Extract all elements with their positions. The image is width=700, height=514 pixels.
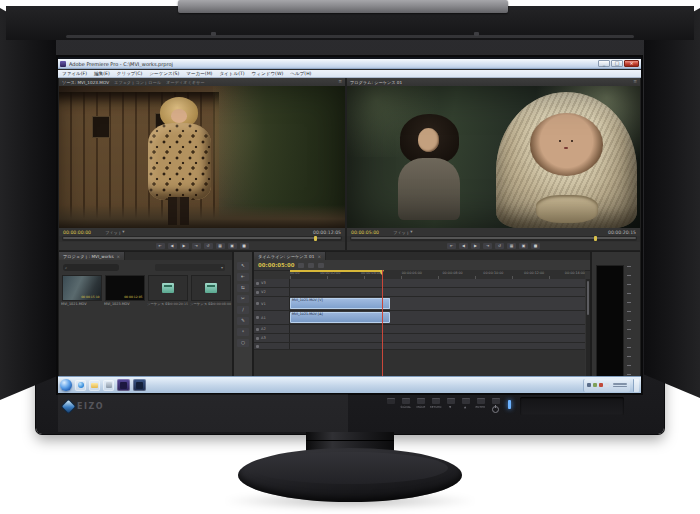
selection-tool-button[interactable]: ↖ <box>237 262 249 270</box>
down-button[interactable]: ▼ <box>446 398 455 409</box>
list-item[interactable]: 00:00:12:05 MVI_1023.MOV <box>104 276 145 320</box>
program-step-forward-button[interactable]: ⇥ <box>483 243 492 249</box>
audio-clip[interactable]: MVI_1021.MOV [A] <box>290 312 390 323</box>
minimize-button[interactable]: _ <box>598 60 610 67</box>
monitor-hood-slider <box>178 0 508 13</box>
taskbar-premiere-icon[interactable] <box>117 379 130 391</box>
program-loop-button[interactable]: ↺ <box>495 243 504 249</box>
tray-icon[interactable] <box>599 383 603 387</box>
menu-edit[interactable]: 編集(E) <box>94 71 110 76</box>
track-toggle-icon[interactable] <box>256 291 259 294</box>
list-item[interactable]: 00:00:15:10 MVI_1021.MOV <box>61 276 102 320</box>
explorer-folder-icon[interactable] <box>89 380 100 391</box>
slip-tool-button[interactable]: / <box>237 306 249 314</box>
up-button[interactable]: ▲ <box>461 398 470 409</box>
source-scrubber[interactable] <box>62 236 342 241</box>
panel-menu-icon[interactable]: ≡ <box>633 78 637 86</box>
program-zoom-select[interactable]: フィット <box>393 230 410 235</box>
track-toggle-icon[interactable] <box>256 282 259 285</box>
tab-project[interactable]: プロジェクト: MVI_works × <box>59 252 125 260</box>
panel-menu-icon[interactable]: ≡ <box>338 78 342 86</box>
menu-help[interactable]: ヘルプ(H) <box>290 71 311 76</box>
program-timecode[interactable]: 00:00:05:00 <box>351 230 379 235</box>
taskbar-app-icon[interactable] <box>133 379 146 391</box>
video-clip[interactable]: MVI_1021.MOV [V] <box>290 298 390 309</box>
tab-effect-controls[interactable]: エフェクトコントロール <box>114 80 161 85</box>
browser-icon[interactable] <box>75 380 86 391</box>
program-stop-button[interactable]: ■ <box>531 243 540 249</box>
track-toggle-icon[interactable] <box>256 345 259 348</box>
program-playhead-marker[interactable] <box>594 236 597 241</box>
maximize-button[interactable]: □ <box>611 60 623 67</box>
tab-program[interactable]: プログラム: シーケンス 01 <box>350 80 402 85</box>
program-step-back-button[interactable]: ◀ <box>459 243 468 249</box>
tab-close-icon[interactable]: × <box>117 254 121 259</box>
razor-tool-button[interactable]: ✂ <box>237 295 249 303</box>
system-tray[interactable] <box>583 379 630 392</box>
start-button[interactable] <box>60 379 72 391</box>
timeline-vertical-scrollbar[interactable] <box>586 279 590 382</box>
program-go-to-in-button[interactable]: ⇤ <box>447 243 456 249</box>
premiere-titlebar[interactable]: Adobe Premiere Pro - C:\MVI_works.prproj… <box>58 59 641 69</box>
source-step-forward-button[interactable]: ⇥ <box>192 243 201 249</box>
program-safe-margins-button[interactable]: ▦ <box>507 243 516 249</box>
hand-tool-button[interactable]: ⌖ <box>237 328 249 336</box>
zoom-slider-icon[interactable] <box>318 263 324 268</box>
menu-sequence[interactable]: シーケンス(S) <box>149 71 179 76</box>
source-timecode[interactable]: 00:00:00:00 <box>63 230 91 235</box>
track-toggle-icon[interactable] <box>256 302 259 305</box>
zoom-tool-button[interactable]: ○ <box>237 339 249 347</box>
track-toggle-icon[interactable] <box>256 316 259 319</box>
source-output-button[interactable]: ▣ <box>228 243 237 249</box>
tab-audio-mixer[interactable]: オーディオミキサー <box>166 80 204 85</box>
program-play-button[interactable]: ▶ <box>471 243 480 249</box>
menu-marker[interactable]: マーカー(M) <box>186 71 212 76</box>
track-toggle-icon[interactable] <box>256 337 259 340</box>
source-loop-button[interactable]: ↺ <box>204 243 213 249</box>
source-zoom-select[interactable]: フィット <box>105 230 122 235</box>
tray-clock[interactable] <box>613 383 627 387</box>
source-go-to-in-button[interactable]: ⇤ <box>156 243 165 249</box>
power-button[interactable] <box>491 398 500 413</box>
work-area-bar[interactable] <box>290 270 382 272</box>
source-playhead-marker[interactable] <box>314 236 317 241</box>
project-search-input[interactable]: ⌕ <box>63 264 119 271</box>
track-select-tool-button[interactable]: ⇤ <box>237 273 249 281</box>
monitor-hood-right <box>644 8 700 398</box>
close-button[interactable]: × <box>624 60 639 67</box>
enter-button[interactable]: ENTER <box>476 398 485 409</box>
menu-clip[interactable]: クリップ(C) <box>117 71 143 76</box>
menu-window[interactable]: ウィンドウ(W) <box>252 71 284 76</box>
source-stop-button[interactable]: ■ <box>240 243 249 249</box>
tab-timeline[interactable]: タイムライン: シーケンス 01 × <box>254 252 326 260</box>
scrollbar-thumb[interactable] <box>587 281 589 315</box>
marker-icon[interactable] <box>308 263 314 268</box>
tray-icon[interactable] <box>587 383 591 387</box>
tab-source[interactable]: ソース: MVI_1023.MOV <box>62 80 109 85</box>
pen-tool-button[interactable]: ✎ <box>237 317 249 325</box>
signal-button[interactable]: SIGNAL <box>401 398 410 409</box>
source-play-button[interactable]: ▶ <box>180 243 189 249</box>
timeline-playhead[interactable] <box>382 270 383 382</box>
mode-button[interactable]: MODE <box>416 398 425 409</box>
list-item[interactable]: シーケンス 02 00:00:08:00 <box>190 276 231 320</box>
program-scrubber[interactable] <box>350 236 637 241</box>
project-filter-dropdown[interactable]: ▾ <box>155 264 225 271</box>
track-toggle-icon[interactable] <box>256 328 259 331</box>
source-safe-margins-button[interactable]: ▦ <box>216 243 225 249</box>
tray-icon[interactable] <box>593 383 597 387</box>
snap-icon[interactable] <box>298 263 304 268</box>
timeline-timecode[interactable]: 00:00:05:00 <box>258 262 294 268</box>
source-step-back-button[interactable]: ◀ <box>168 243 177 249</box>
media-player-icon[interactable] <box>103 380 114 391</box>
menu-file[interactable]: ファイル(F) <box>62 71 87 76</box>
list-item[interactable]: シーケンス 01 00:00:20:15 <box>147 276 188 320</box>
track-a2: A2 <box>254 325 585 334</box>
show-desktop-button[interactable] <box>633 379 639 392</box>
ripple-edit-tool-button[interactable]: ⇆ <box>237 284 249 292</box>
tab-close-icon[interactable]: × <box>317 254 321 259</box>
return-button[interactable]: RETURN <box>431 398 440 409</box>
tray-icon[interactable] <box>605 383 609 387</box>
program-output-button[interactable]: ▣ <box>519 243 528 249</box>
menu-title[interactable]: タイトル(T) <box>219 71 244 76</box>
